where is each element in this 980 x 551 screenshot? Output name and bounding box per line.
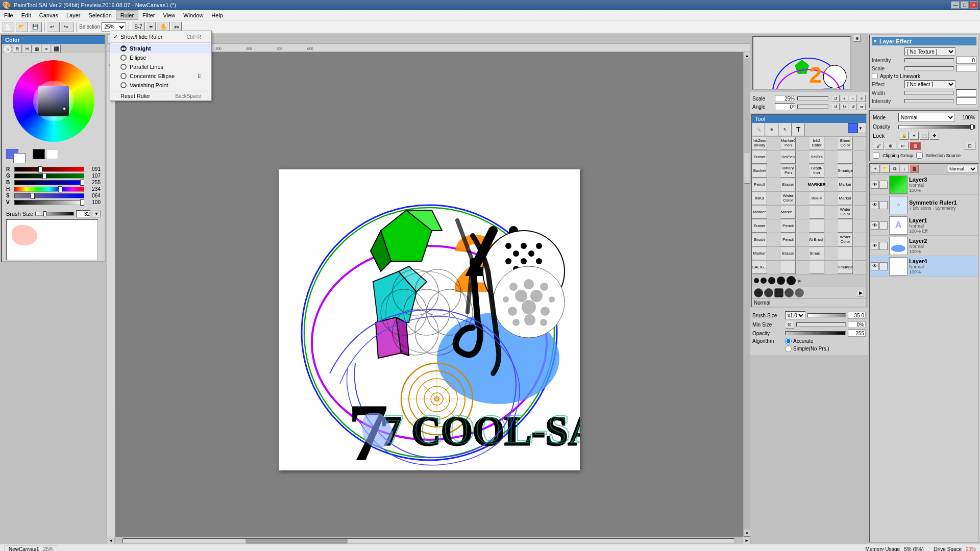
status-canvas-tab[interactable]: NewCanvas1 25%	[4, 545, 58, 551]
g-slider[interactable]	[14, 173, 84, 179]
brush-shape-5[interactable]	[795, 288, 804, 297]
v-thumb[interactable]	[80, 199, 84, 206]
angle-flip[interactable]: ⇔	[857, 103, 866, 110]
effect-select[interactable]: [ No effect ]	[904, 80, 955, 88]
scale-input[interactable]	[956, 65, 976, 72]
tool-watercolor[interactable]: WaterColor	[780, 192, 796, 205]
scale-up[interactable]: +	[840, 95, 848, 102]
layer3-vis[interactable]: 👁	[871, 181, 879, 189]
menu-reset-ruler[interactable]: Reset Ruler BackSpace	[110, 91, 211, 101]
tool-selers[interactable]: SelErs	[809, 151, 824, 164]
intensity-input[interactable]	[956, 57, 976, 64]
bs-dot-60[interactable]	[754, 278, 759, 283]
intensity2-bar[interactable]	[904, 99, 954, 103]
intensity2-input[interactable]	[956, 97, 976, 105]
h-thumb[interactable]	[58, 186, 62, 192]
angle-slider[interactable]	[797, 105, 828, 109]
tool-blend[interactable]: BlendColor	[838, 137, 853, 150]
hscroll-right[interactable]: ►	[743, 537, 750, 544]
layer2-vis[interactable]: 👁	[871, 242, 879, 250]
vscroll-up[interactable]: ▲	[744, 52, 751, 59]
color-swatch-black[interactable]	[33, 149, 45, 159]
angle-cw[interactable]: ↻	[840, 103, 848, 110]
vscroll-down[interactable]: ▼	[744, 530, 751, 537]
b-thumb[interactable]	[80, 180, 84, 186]
brush-shape-1[interactable]	[754, 288, 763, 297]
extra-btn-1[interactable]: 🖊	[873, 142, 884, 150]
new-layer-btn[interactable]: +	[871, 165, 880, 173]
r-thumb[interactable]	[38, 166, 42, 172]
brush-size-input[interactable]: 32	[76, 210, 90, 217]
hscroll-track[interactable]	[122, 538, 735, 543]
tool-empty1[interactable]	[838, 151, 853, 164]
tool-marker2[interactable]: Marker	[838, 178, 853, 191]
maximize-button[interactable]: □	[961, 2, 969, 9]
layer-item-layer2[interactable]: 👁 Layer2 Normal 100%	[870, 236, 978, 256]
duplicate-layer-btn[interactable]: ⧉	[890, 165, 899, 173]
layer4-vis[interactable]: 👁	[871, 262, 879, 270]
min-size-track[interactable]	[796, 322, 846, 327]
scale-input[interactable]: 25%	[775, 95, 795, 102]
tool-inkzero[interactable]: InkZeroBinary	[752, 137, 767, 150]
tool-empty5[interactable]	[838, 247, 853, 260]
extra-btn-3[interactable]: ↩	[897, 142, 909, 150]
layer-item-layer1[interactable]: 👁 A Layer1 Normal 100% Eff	[870, 215, 978, 236]
brush-shape-3[interactable]	[774, 288, 783, 297]
ruler1-lock[interactable]	[879, 201, 888, 209]
zoom-select[interactable]: 25%50%100%	[102, 22, 126, 32]
brush-size-val[interactable]: 35.0	[848, 312, 866, 319]
toolbar-new[interactable]: 📄	[2, 22, 14, 32]
brush-size-slider[interactable]	[35, 212, 74, 216]
clipping-group-check[interactable]	[873, 152, 879, 159]
delete-layer-btn[interactable]: 🗑	[910, 165, 919, 173]
menu-file[interactable]: File	[0, 10, 17, 20]
lock-btn-3[interactable]: ⬚	[920, 132, 929, 140]
color-tab-swatches[interactable]: ≡	[42, 45, 51, 53]
menu-view[interactable]: View	[159, 10, 180, 20]
r-slider[interactable]	[14, 167, 84, 172]
tool-smudge3[interactable]: Smudge	[838, 261, 853, 274]
layer-item-ruler1[interactable]: 👁 ✿ Symmetric Ruler1 7 Divisions · Symme…	[870, 195, 978, 215]
intensity-bar[interactable]	[904, 58, 954, 62]
background-color[interactable]	[13, 153, 26, 163]
s-slider[interactable]	[14, 193, 84, 198]
brush-shape-4[interactable]	[785, 288, 794, 297]
new-folder-btn[interactable]: 📁	[880, 165, 890, 173]
tool-marker4[interactable]: Marker	[752, 206, 767, 219]
bs-dot-80[interactable]	[768, 277, 775, 284]
tool-ink4[interactable]: INK-4	[809, 192, 824, 205]
min-size-val[interactable]: 0%	[848, 321, 866, 328]
tool-marker-big[interactable]: MARKER	[809, 178, 824, 191]
tool-airbrush[interactable]: AirBrush	[809, 233, 824, 246]
color-wheel-area[interactable]	[8, 55, 100, 147]
angle-ccw[interactable]: ↺	[849, 103, 857, 110]
preview-expand[interactable]: ⊕	[853, 35, 861, 42]
menu-canvas[interactable]: Canvas	[35, 10, 62, 20]
tool-eraser2[interactable]: Eraser	[780, 178, 796, 191]
opacity-slider[interactable]	[898, 125, 975, 129]
layer1-lock[interactable]	[879, 221, 888, 230]
layer-item-layer4[interactable]: 👁 … Layer4 Normal 100%	[870, 256, 978, 277]
bs-dot-120[interactable]	[787, 276, 796, 285]
simple-radio[interactable]	[785, 345, 792, 352]
color-saturation-box[interactable]	[38, 86, 69, 116]
tool-calig[interactable]: CALIG...	[752, 261, 767, 274]
angle-reset[interactable]: ↺	[831, 103, 840, 110]
color-indicator-box[interactable]	[848, 123, 858, 133]
lock-btn-4[interactable]: ✥	[930, 132, 939, 140]
min-size-expand[interactable]: ⊡	[785, 320, 794, 329]
brush-size-track[interactable]	[807, 313, 846, 317]
preview-thumbnail[interactable]: 7 COOLFAI 2	[752, 36, 851, 90]
merge-down-btn[interactable]: ↓	[900, 165, 909, 173]
h-slider[interactable]	[14, 187, 84, 192]
opacity-val[interactable]: 255	[848, 330, 866, 337]
menu-vanishing[interactable]: Vanishing Point	[110, 81, 211, 90]
tool-bucket[interactable]: Bucket	[752, 164, 767, 178]
brush-multiplier-select[interactable]: x1.0	[785, 311, 805, 319]
layer4-lock[interactable]	[879, 262, 888, 270]
menu-selection[interactable]: Selection	[85, 10, 116, 20]
width-bar[interactable]	[904, 91, 954, 95]
color-tab-history[interactable]: ⬛	[52, 45, 61, 53]
color-tab-wheel[interactable]: ○	[3, 45, 12, 53]
tool-pencil[interactable]: Pencil	[752, 178, 767, 191]
